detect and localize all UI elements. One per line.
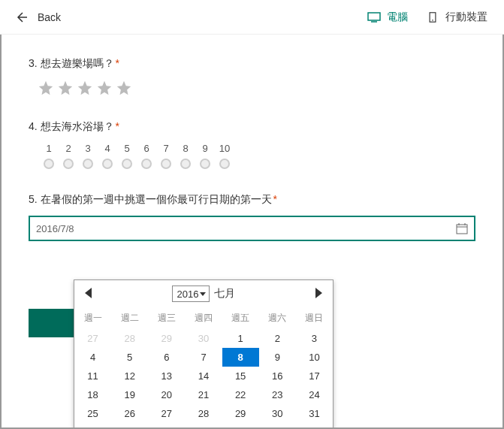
- calendar-icon: [456, 222, 468, 234]
- calendar-day[interactable]: 3: [296, 329, 333, 348]
- calendar-grid: 2728293012345678910111213141516171819202…: [74, 329, 333, 429]
- back-button[interactable]: Back: [38, 11, 61, 23]
- topbar: Back 電腦 行動裝置: [0, 0, 504, 35]
- calendar-day[interactable]: 15: [222, 367, 259, 385]
- dow-label: 週五: [222, 307, 259, 329]
- question-4-label: 4. 想去海水浴場？*: [29, 120, 475, 134]
- calendar-day[interactable]: 26: [111, 404, 148, 423]
- dow-label: 週日: [296, 307, 333, 329]
- calendar-day[interactable]: 5: [111, 348, 148, 367]
- next-month-icon[interactable]: [315, 288, 322, 298]
- question-5: 5. 在暑假的第一週中挑選一個你最可行日期的第一天* 2016/7/8: [29, 193, 475, 241]
- nps-label: 9: [195, 143, 215, 154]
- calendar-day[interactable]: 21: [185, 385, 222, 404]
- calendar-day[interactable]: 30: [185, 329, 222, 348]
- nps-radio[interactable]: [219, 159, 230, 169]
- calendar-day[interactable]: 6: [259, 423, 296, 429]
- star-icon[interactable]: [38, 80, 54, 96]
- nps-radio[interactable]: [63, 159, 74, 169]
- dow-label: 週一: [74, 307, 111, 329]
- calendar-day[interactable]: 7: [296, 423, 333, 429]
- dow-label: 週四: [185, 307, 222, 329]
- desktop-icon: [367, 12, 381, 23]
- calendar-day[interactable]: 14: [185, 367, 222, 385]
- star-icon[interactable]: [77, 80, 93, 96]
- calendar-day[interactable]: 13: [148, 367, 185, 385]
- nps-radio[interactable]: [83, 159, 93, 169]
- dow-label: 週六: [259, 307, 296, 329]
- star-icon[interactable]: [57, 80, 74, 96]
- nps-radio[interactable]: [122, 159, 132, 169]
- calendar-day[interactable]: 4: [185, 423, 222, 429]
- calendar-day[interactable]: 7: [185, 348, 222, 367]
- calendar-dow-row: 週一週二週三週四週五週六週日: [74, 307, 333, 329]
- calendar-day[interactable]: 28: [185, 404, 222, 423]
- nps-label: 3: [78, 143, 98, 154]
- calendar-day[interactable]: 25: [74, 404, 111, 423]
- back-arrow-icon[interactable]: [14, 10, 29, 25]
- calendar-day[interactable]: 17: [296, 367, 333, 385]
- required-icon: *: [116, 120, 119, 132]
- nps-radio[interactable]: [161, 159, 171, 169]
- nps-label: 8: [176, 143, 195, 154]
- calendar-day[interactable]: 29: [148, 329, 185, 348]
- star-rating: [38, 80, 475, 96]
- calendar-day[interactable]: 22: [222, 385, 259, 404]
- device-tab-pc[interactable]: 電腦: [367, 11, 408, 24]
- device-tab-mobile-label: 行動裝置: [445, 11, 487, 24]
- required-icon: *: [273, 193, 277, 205]
- calendar-day[interactable]: 1: [222, 329, 259, 348]
- nps-label: 4: [98, 143, 117, 154]
- calendar-header: 2016 七月: [74, 280, 333, 307]
- svg-rect-0: [368, 13, 380, 20]
- calendar-day[interactable]: 12: [111, 367, 148, 385]
- nps-label: 5: [117, 143, 137, 154]
- device-tab-mobile[interactable]: 行動裝置: [426, 11, 487, 24]
- calendar-day[interactable]: 5: [222, 423, 259, 429]
- calendar-day[interactable]: 20: [148, 385, 185, 404]
- required-icon: *: [116, 57, 119, 69]
- nps-radio[interactable]: [44, 159, 54, 169]
- calendar-day[interactable]: 1: [74, 423, 111, 429]
- year-select[interactable]: 2016: [172, 285, 210, 302]
- svg-point-3: [432, 20, 433, 21]
- date-input[interactable]: 2016/7/8: [29, 216, 475, 241]
- calendar-day[interactable]: 4: [74, 348, 111, 367]
- mobile-icon: [426, 12, 439, 23]
- calendar-day[interactable]: 2: [259, 329, 296, 348]
- dow-label: 週三: [148, 307, 185, 329]
- calendar-day[interactable]: 19: [111, 385, 148, 404]
- calendar-day[interactable]: 11: [74, 367, 111, 385]
- calendar-day[interactable]: 24: [296, 385, 333, 404]
- calendar-day[interactable]: 27: [74, 329, 111, 348]
- nps-radio[interactable]: [102, 159, 113, 169]
- dow-label: 週二: [111, 307, 148, 329]
- calendar-day[interactable]: 16: [259, 367, 296, 385]
- calendar-day[interactable]: 23: [259, 385, 296, 404]
- survey-body: 3. 想去遊樂場嗎？* 4. 想去海水浴場？* 12345678910 5. 在…: [2, 35, 502, 271]
- svg-rect-4: [457, 225, 467, 234]
- month-label: 七月: [214, 287, 235, 301]
- nps-radio[interactable]: [141, 159, 152, 169]
- calendar-day[interactable]: 8: [222, 348, 259, 367]
- device-tab-pc-label: 電腦: [387, 11, 408, 24]
- calendar-day[interactable]: 18: [74, 385, 111, 404]
- calendar-day[interactable]: 2: [111, 423, 148, 429]
- calendar-day[interactable]: 31: [296, 404, 333, 423]
- star-icon[interactable]: [96, 80, 113, 96]
- calendar-day[interactable]: 30: [259, 404, 296, 423]
- nps-radio[interactable]: [200, 159, 210, 169]
- calendar-day[interactable]: 6: [148, 348, 185, 367]
- nps-radio[interactable]: [180, 159, 191, 169]
- nps-label: 6: [137, 143, 156, 154]
- calendar-day[interactable]: 9: [259, 348, 296, 367]
- prev-month-icon[interactable]: [85, 288, 92, 298]
- calendar-day[interactable]: 27: [148, 404, 185, 423]
- calendar-day[interactable]: 3: [148, 423, 185, 429]
- star-icon[interactable]: [116, 80, 132, 96]
- calendar-day[interactable]: 10: [296, 348, 333, 367]
- nps-label: 7: [156, 143, 176, 154]
- nps-label: 10: [215, 143, 234, 154]
- calendar-day[interactable]: 28: [111, 329, 148, 348]
- calendar-day[interactable]: 29: [222, 404, 259, 423]
